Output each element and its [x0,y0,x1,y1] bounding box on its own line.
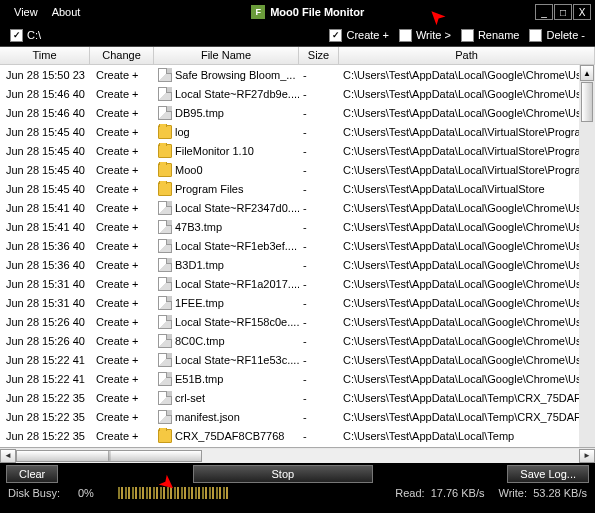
cell-size: - [299,296,339,310]
cell-change: Create + [90,182,154,196]
filter-create-checkbox[interactable]: ✓ [329,29,342,42]
table-row[interactable]: Jun 28 15:22 41Create +E51B.tmp-C:\Users… [0,369,595,388]
close-button[interactable]: X [573,4,591,20]
file-icon [158,106,172,120]
cell-change: Create + [90,334,154,348]
hscroll-thumb[interactable]: ║ [16,450,202,462]
file-name: 8C0C.tmp [175,335,225,347]
cell-path: C:\Users\Test\AppData\Local\Google\Chrom… [339,277,595,291]
table-row[interactable]: Jun 28 15:22 41Create +Local State~RF11e… [0,350,595,369]
cell-file: FileMonitor 1.10 [154,143,299,159]
save-log-button[interactable]: Save Log... [507,465,589,483]
table-row[interactable]: Jun 28 15:36 40Create +Local State~RF1eb… [0,236,595,255]
table-row[interactable]: Jun 28 15:26 40Create +Local State~RF158… [0,312,595,331]
cell-size: - [299,315,339,329]
table-row[interactable]: Jun 28 15:41 40Create +47B3.tmp-C:\Users… [0,217,595,236]
table-row[interactable]: Jun 28 15:45 40Create +FileMonitor 1.10-… [0,141,595,160]
file-name: E51B.tmp [175,373,223,385]
table-row[interactable]: Jun 28 15:46 40Create +Local State~RF27d… [0,84,595,103]
table-row[interactable]: Jun 28 15:46 40Create +DB95.tmp-C:\Users… [0,103,595,122]
filter-delete-checkbox[interactable] [529,29,542,42]
table-row[interactable]: Jun 28 15:31 40Create +Local State~RF1a2… [0,274,595,293]
cell-file: log [154,124,299,140]
folder-icon [158,182,172,196]
cell-file: crl-set [154,390,299,406]
file-name: 47B3.tmp [175,221,222,233]
cell-file: Moo0 [154,162,299,178]
file-name: FileMonitor 1.10 [175,145,254,157]
cell-time: Jun 28 15:31 40 [0,277,90,291]
column-header-change[interactable]: Change [90,47,154,64]
table-row[interactable]: Jun 28 15:22 35Create +manifest.json-C:\… [0,407,595,426]
cell-size: - [299,144,339,158]
file-icon [158,239,172,253]
file-name: Safe Browsing Bloom_... [175,69,295,81]
scroll-up-button[interactable]: ▲ [580,65,594,81]
cell-path: C:\Users\Test\AppData\Local\Google\Chrom… [339,334,595,348]
cell-path: C:\Users\Test\AppData\Local\Temp\CRX_75D… [339,410,595,424]
read-value: 17.76 KB/s [431,487,485,499]
cell-change: Create + [90,391,154,405]
scroll-left-button[interactable]: ◄ [0,449,16,463]
menu-about[interactable]: About [52,6,81,18]
cell-path: C:\Users\Test\AppData\Local\Google\Chrom… [339,87,595,101]
table-row[interactable]: Jun 28 15:36 40Create +B3D1.tmp-C:\Users… [0,255,595,274]
table-row[interactable]: Jun 28 15:45 40Create +Program Files-C:\… [0,179,595,198]
table-row[interactable]: Jun 28 15:31 40Create +1FEE.tmp-C:\Users… [0,293,595,312]
table-row[interactable]: Jun 28 15:26 40Create +8C0C.tmp-C:\Users… [0,331,595,350]
cell-path: C:\Users\Test\AppData\Local\VirtualStore… [339,144,595,158]
cell-path: C:\Users\Test\AppData\Local\Temp [339,429,595,443]
file-icon [158,334,172,348]
cell-file: Safe Browsing Bloom_... [154,67,299,83]
file-icon [158,353,172,367]
filter-write-checkbox[interactable] [399,29,412,42]
cell-size: - [299,410,339,424]
scroll-thumb[interactable] [581,82,593,122]
maximize-button[interactable]: □ [554,4,572,20]
scroll-right-button[interactable]: ► [579,449,595,463]
filter-rename-label: Rename [478,29,520,41]
clear-button[interactable]: Clear [6,465,58,483]
file-icon [158,258,172,272]
cell-change: Create + [90,163,154,177]
file-name: Local State~RF1eb3ef.... [175,240,297,252]
column-header-size[interactable]: Size [299,47,339,64]
cell-size: - [299,353,339,367]
column-header-time[interactable]: Time [0,47,90,64]
cell-size: - [299,201,339,215]
cell-change: Create + [90,296,154,310]
filter-delete-label: Delete - [546,29,585,41]
cell-file: Local State~RF27db9e.... [154,86,299,102]
cell-size: - [299,372,339,386]
file-icon [158,68,172,82]
cell-size: - [299,106,339,120]
read-label: Read: [395,487,424,499]
table-row[interactable]: Jun 28 15:22 35Create +crl-set-C:\Users\… [0,388,595,407]
minimize-button[interactable]: _ [535,4,553,20]
write-label: Write: [499,487,528,499]
cell-file: 8C0C.tmp [154,333,299,349]
table-row[interactable]: Jun 28 15:41 40Create +Local State~RF234… [0,198,595,217]
filter-rename-checkbox[interactable] [461,29,474,42]
file-name: log [175,126,190,138]
folder-icon [158,429,172,443]
cell-time: Jun 28 15:36 40 [0,239,90,253]
cell-change: Create + [90,277,154,291]
vertical-scrollbar[interactable]: ▲ [579,65,595,447]
toolbar: ✓ C:\ ✓Create + Write > Rename Delete - [0,24,595,46]
file-icon [158,220,172,234]
horizontal-scrollbar[interactable]: ◄ ║ ► [0,447,595,463]
table-row[interactable]: Jun 28 15:22 35Create +CRX_75DAF8CB7768-… [0,426,595,445]
cell-change: Create + [90,258,154,272]
stop-button[interactable]: Stop [193,465,373,483]
cell-file: 47B3.tmp [154,219,299,235]
menu-view[interactable]: View [14,6,38,18]
cell-path: C:\Users\Test\AppData\Local\Google\Chrom… [339,372,595,386]
file-name: Local State~RF158c0e.... [175,316,299,328]
drive-checkbox[interactable]: ✓ [10,29,23,42]
table-row[interactable]: Jun 28 15:45 40Create +Moo0-C:\Users\Tes… [0,160,595,179]
column-header-path[interactable]: Path [339,47,595,64]
table-row[interactable]: Jun 28 15:50 23Create +Safe Browsing Blo… [0,65,595,84]
table-row[interactable]: Jun 28 15:45 40Create +log-C:\Users\Test… [0,122,595,141]
column-header-file[interactable]: File Name [154,47,299,64]
